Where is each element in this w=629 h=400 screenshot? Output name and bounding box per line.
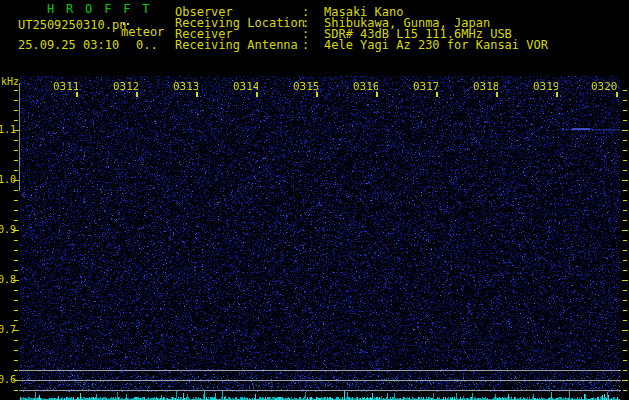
y-axis-tick-left	[13, 180, 19, 181]
x-axis-minute-tick	[136, 92, 138, 97]
y-axis-tick-left	[14, 290, 18, 291]
y-axis-tick-right	[623, 370, 627, 371]
field-separator: :	[302, 39, 309, 51]
y-axis-tick-right	[623, 350, 627, 351]
y-axis-tick-right	[623, 300, 627, 301]
y-axis-tick-right	[623, 270, 627, 271]
y-axis-tick-left	[14, 100, 18, 101]
y-axis-tick-right	[622, 280, 628, 281]
time-label-0320: 0320	[591, 81, 618, 92]
y-axis-tick-right	[623, 240, 627, 241]
y-axis-tick-right	[622, 330, 628, 331]
y-axis-tick-right	[623, 110, 627, 111]
time-label-0319: 0319	[533, 81, 558, 92]
time-label-0311: 0311	[53, 81, 78, 92]
y-axis-tick-left	[14, 340, 18, 341]
y-axis-tick-right	[623, 200, 627, 201]
y-axis-tick-right	[623, 150, 627, 151]
y-axis-tick-left	[14, 210, 18, 211]
y-axis-tick-right	[623, 320, 627, 321]
y-axis-tick-left	[13, 130, 19, 131]
y-axis-tick-right	[623, 340, 627, 341]
khz-unit-label: kHz	[1, 77, 19, 87]
y-axis-tick-right	[622, 130, 628, 131]
x-axis-minute-tick	[76, 92, 78, 97]
y-axis-tick-right	[623, 160, 627, 161]
y-axis-tick-right	[623, 170, 627, 171]
y-axis-tick-left	[13, 330, 19, 331]
y-axis-tick-left	[14, 240, 18, 241]
y-axis-tick-left	[14, 300, 18, 301]
y-axis-tick-right	[623, 360, 627, 361]
y-axis-tick-left	[14, 350, 18, 351]
y-axis-tick-right	[623, 290, 627, 291]
x-axis-minute-tick	[196, 92, 198, 97]
y-axis-tick-left	[14, 150, 18, 151]
y-axis-tick-left	[14, 170, 18, 171]
spectrogram-canvas	[20, 76, 620, 400]
y-axis-tick-left	[14, 310, 18, 311]
app-title: H R O F F T	[47, 3, 152, 15]
field-value-antenna: 4ele Yagi Az 230 for Kansai VOR	[324, 39, 548, 51]
y-axis-tick-right	[623, 190, 627, 191]
y-axis-tick-right	[622, 180, 628, 181]
reference-line-060khz	[19, 380, 621, 381]
y-axis-tick-right	[623, 140, 627, 141]
y-axis-tick-left	[14, 160, 18, 161]
reference-line-062khz	[19, 370, 621, 371]
y-axis-tick-right	[623, 100, 627, 101]
y-axis-tick-right	[622, 230, 628, 231]
reference-line-058khz	[19, 390, 621, 391]
y-axis-tick-left	[14, 120, 18, 121]
x-axis-minute-tick	[316, 92, 318, 97]
x-axis-minute-tick	[256, 92, 258, 97]
y-axis-tick-right	[623, 310, 627, 311]
y-axis-tick-left	[14, 360, 18, 361]
y-axis-tick-left	[14, 390, 18, 391]
draw-cursor-line	[19, 83, 20, 191]
x-axis-minute-tick	[616, 92, 618, 97]
time-label-0314: 0314	[233, 81, 258, 92]
datetime-label: 25.09.25 03:10	[18, 39, 119, 51]
y-axis-tick-right	[623, 250, 627, 251]
x-axis-minute-tick	[556, 92, 558, 97]
echo-counter: 0..	[136, 39, 158, 51]
y-axis-tick-right	[623, 390, 627, 391]
y-axis-tick-left	[14, 370, 18, 371]
y-axis-tick-right	[623, 260, 627, 261]
time-label-0312: 0312	[113, 81, 138, 92]
y-axis-tick-left	[14, 220, 18, 221]
y-axis-tick-left	[14, 260, 18, 261]
y-axis-tick-right	[623, 120, 627, 121]
y-axis-tick-right	[622, 380, 628, 381]
x-axis-minute-tick	[496, 92, 498, 97]
y-axis-tick-left	[13, 230, 19, 231]
y-axis-tick-left	[13, 380, 19, 381]
field-label-antenna: Receiving Antenna	[175, 39, 298, 51]
time-label-0313: 0313	[173, 81, 198, 92]
x-axis-minute-tick	[376, 92, 378, 97]
filename-label: UT2509250310.pn	[18, 19, 126, 31]
y-axis-tick-left	[14, 270, 18, 271]
y-axis-tick-left	[14, 90, 18, 91]
hrofft-window: H R O F F T UT2509250310.pn meteor 25.09…	[0, 0, 629, 400]
y-axis-tick-right	[623, 90, 627, 91]
time-label-0318: 0318	[473, 81, 498, 92]
y-axis-tick-left	[14, 190, 18, 191]
y-axis-tick-right	[623, 220, 627, 221]
y-axis-tick-left	[14, 110, 18, 111]
time-label-0315: 0315	[293, 81, 318, 92]
y-axis-tick-left	[14, 320, 18, 321]
y-axis-tick-left	[14, 140, 18, 141]
y-axis-tick-right	[623, 210, 627, 211]
y-axis-tick-left	[14, 200, 18, 201]
x-axis-minute-tick	[436, 92, 438, 97]
time-label-0317: 0317	[413, 81, 438, 92]
y-axis-tick-left	[14, 250, 18, 251]
y-axis-tick-left	[13, 280, 19, 281]
time-label-0316: 0316	[353, 81, 378, 92]
station-label: meteor	[121, 26, 164, 38]
